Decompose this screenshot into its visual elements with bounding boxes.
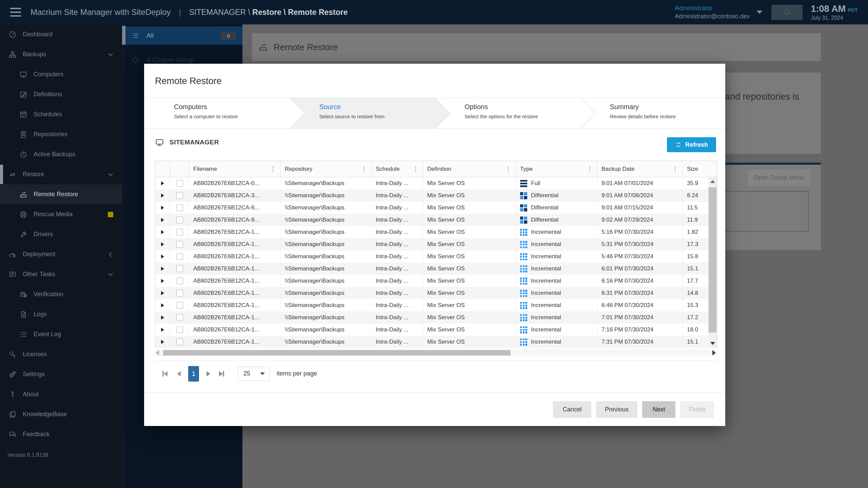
cell-definition: Mix Server OS [423,311,516,324]
row-checkbox[interactable] [176,180,183,187]
sidebar-item-other-tasks[interactable]: Other Tasks [0,264,122,284]
row-checkbox[interactable] [176,326,183,333]
column-header-schedule[interactable]: Schedule⋮ [372,161,423,177]
sidebar-item-logs[interactable]: Logs [0,304,122,324]
sidebar-item-restore[interactable]: Restore [0,164,122,184]
row-checkbox[interactable] [176,192,183,199]
sidebar-item-knowledgebase[interactable]: KnowledgeBase [0,404,122,424]
next-page-button[interactable] [206,371,210,377]
scroll-up-arrow-icon[interactable] [708,177,717,185]
wizard-step-summary[interactable]: Summary Review details before restore [580,98,726,128]
row-checkbox[interactable] [176,302,183,309]
sidebar-item-rescue-media[interactable]: Rescue Media [0,204,122,224]
row-expand-button[interactable] [155,238,170,250]
vertical-scrollbar[interactable] [708,177,717,347]
column-header-repository[interactable]: Repository⋮ [281,161,372,177]
row-expand-button[interactable] [155,336,170,348]
groups-scrollbar-thumb[interactable] [122,26,125,45]
sidebar-item-feedback[interactable]: Feedback [0,424,122,444]
row-expand-button[interactable] [155,250,170,263]
user-name: Administrator [675,4,750,12]
column-header-backup-date[interactable]: Backup Date⋮ [597,161,683,177]
row-expand-button[interactable] [155,226,170,238]
sidebar-item-dashboard[interactable]: Dashboard [0,24,122,44]
page-size-select[interactable]: 25 [238,367,270,381]
row-expand-button[interactable] [155,299,170,311]
row-checkbox[interactable] [176,278,183,284]
horizontal-scrollbar-thumb[interactable] [163,350,511,355]
sidebar-item-computers[interactable]: Computers [0,64,122,84]
column-menu-icon[interactable]: ⋮ [671,165,680,173]
row-checkbox[interactable] [176,204,183,211]
scroll-left-arrow-icon[interactable] [156,350,159,355]
sidebar-item-event-log[interactable]: Event Log [0,324,122,344]
vertical-scrollbar-thumb[interactable] [709,187,716,332]
sidebar-item-active-backups[interactable]: Active Backups [0,144,122,164]
row-checkbox[interactable] [176,241,183,248]
row-expand-button[interactable] [155,189,170,202]
scroll-right-arrow-icon[interactable] [712,350,716,355]
column-menu-icon[interactable]: ⋮ [411,165,420,173]
current-page-button[interactable]: 1 [188,366,199,382]
open-group-menu-button[interactable]: Open Group Menu [748,169,810,186]
column-header-definition[interactable]: Definition⋮ [423,161,516,177]
sidebar-item-schedules[interactable]: Schedules [0,104,122,124]
sidebar-item-about[interactable]: About [0,384,122,404]
row-expand-button[interactable] [155,311,170,324]
sidebar-item-repositories[interactable]: Repositories [0,124,122,144]
group-item-all[interactable]: All 0 [125,26,242,45]
column-header-size[interactable]: Size [683,161,717,177]
cancel-button[interactable]: Cancel [553,401,591,418]
row-expand-button[interactable] [155,275,170,287]
scroll-down-arrow-icon[interactable] [708,339,717,347]
wizard-step-source[interactable]: Source Select source to restore from [290,98,435,128]
row-expand-button[interactable] [155,287,170,299]
cell-type: Incremental [516,336,597,348]
first-page-button[interactable] [162,371,167,377]
sidebar-item-remote-restore[interactable]: Remote Restore [0,184,122,204]
row-checkbox[interactable] [176,265,183,272]
previous-page-button[interactable] [177,371,181,377]
row-checkbox[interactable] [176,253,183,260]
row-checkbox[interactable] [176,339,183,345]
sidebar-item-definitions[interactable]: Definitions [0,84,122,104]
last-page-button[interactable] [219,371,224,377]
next-button[interactable]: Next [642,401,675,418]
sidebar-item-licenses[interactable]: Licenses [0,344,122,364]
row-checkbox-cell [170,263,189,275]
row-expand-button[interactable] [155,202,170,214]
wizard-step-computers[interactable]: Computers Select a computer to restore [144,98,290,128]
column-menu-icon[interactable]: ⋮ [269,165,278,173]
notifications-button[interactable] [771,5,803,20]
column-menu-icon[interactable]: ⋮ [585,165,594,173]
refresh-button[interactable]: Refresh [667,137,716,152]
sidebar-item-deployment[interactable]: Deployment [0,244,122,264]
sidebar-item-settings[interactable]: Settings [0,364,122,384]
column-header-filename[interactable]: Filename⋮ [189,161,281,177]
row-checkbox[interactable] [176,217,183,223]
wizard-step-options[interactable]: Options Select the options for the resto… [435,98,580,128]
row-checkbox-cell [170,324,189,336]
row-expand-button[interactable] [155,177,170,189]
column-menu-icon[interactable]: ⋮ [359,165,369,173]
table-row: AB802B267E6B12CA-1...\\Sitemanager\Backu… [155,311,717,324]
groups-scrollbar[interactable] [122,24,125,488]
cell-repository: \\Sitemanager\Backups [281,324,372,336]
hamburger-menu-icon[interactable] [10,8,21,17]
finish-button[interactable]: Finish [680,401,714,418]
column-menu-icon[interactable]: ⋮ [504,165,513,173]
row-checkbox[interactable] [176,314,183,321]
sidebar-item-backups[interactable]: Backups [0,44,122,64]
horizontal-scrollbar[interactable] [155,349,717,357]
column-header-type[interactable]: Type⋮ [516,161,597,177]
row-checkbox[interactable] [176,290,183,297]
row-expand-button[interactable] [155,263,170,275]
sidebar-item-drivers[interactable]: Drivers [0,224,122,244]
previous-button[interactable]: Previous [596,401,637,418]
sidebar-item-verification[interactable]: Verification [0,284,122,304]
user-menu[interactable]: Administrator Administrator@contoso.dev [675,4,750,20]
row-expand-button[interactable] [155,324,170,336]
row-expand-button[interactable] [155,214,170,226]
chevron-down-icon[interactable] [756,11,763,14]
row-checkbox[interactable] [176,229,183,236]
